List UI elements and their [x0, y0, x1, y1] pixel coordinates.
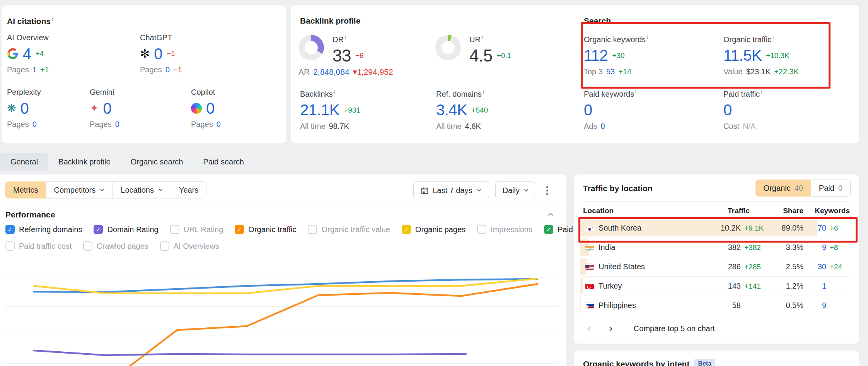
info-icon[interactable]: i	[345, 34, 346, 40]
collapse-section-button[interactable]	[547, 212, 554, 219]
provider-pages-change: −1	[173, 65, 182, 75]
location-table-body: South Korea10.2K+9.1K89.0%70+6India382+3…	[583, 218, 850, 315]
provider-pages-value[interactable]: 1	[32, 65, 37, 75]
flag-united-states-icon	[585, 264, 594, 270]
checkbox-label: Paid traffic cost	[19, 242, 72, 251]
pages-label: Pages	[7, 119, 29, 129]
location-name[interactable]: Turkey	[599, 282, 622, 291]
keywords-value[interactable]: 1	[822, 282, 826, 291]
checkbox-organic-traffic-value[interactable]: Organic traffic value	[308, 225, 390, 234]
checkbox-organic-pages[interactable]: ✓Organic pages	[402, 225, 466, 234]
chevron-down-icon	[476, 188, 482, 193]
location-name[interactable]: Philippines	[599, 301, 636, 310]
metrics-segment[interactable]: Metrics	[5, 181, 46, 198]
ai-provider-gemini: Gemini✦0Pages0	[90, 87, 119, 129]
toggle-organic[interactable]: Organic40	[755, 180, 811, 197]
checkbox-paid-traffic-cost[interactable]: Paid traffic cost	[5, 241, 72, 251]
backlinks-value[interactable]: 21.1K	[300, 101, 339, 119]
provider-change: +4	[36, 50, 44, 58]
dr-donut-chart	[298, 35, 324, 60]
provider-change: −1	[167, 50, 175, 58]
checkbox-domain-rating[interactable]: ✓Domain Rating	[94, 225, 158, 234]
more-options-button[interactable]	[542, 182, 552, 199]
checkbox-referring-domains[interactable]: ✓Referring domains	[5, 225, 82, 234]
prev-page-button[interactable]: ‹	[583, 323, 595, 334]
organic-count: 40	[795, 184, 803, 193]
provider-value[interactable]: 0	[20, 100, 29, 117]
ar-value[interactable]: 2,848,084	[313, 67, 349, 77]
ur-value: 4.5	[469, 46, 493, 65]
location-row-turkey[interactable]: Turkey143+1411.2%1	[583, 276, 850, 296]
ref-domains-alltime: 4.6K	[465, 121, 481, 131]
provider-pages-value[interactable]: 0	[115, 119, 119, 129]
location-row-philippines[interactable]: Philippines580.5%9	[583, 296, 850, 315]
tab-paid-search[interactable]: Paid search	[193, 153, 254, 171]
provider-pages-value[interactable]: 0	[217, 119, 221, 129]
competitors-segment[interactable]: Competitors	[46, 181, 113, 198]
tab-backlink-profile[interactable]: Backlink profile	[48, 153, 121, 171]
info-icon[interactable]: i	[647, 34, 648, 40]
checkbox-crawled-pages[interactable]: Crawled pages	[83, 241, 148, 251]
series-domain-rating	[34, 351, 466, 355]
flag-india-icon	[585, 245, 594, 250]
keywords-value[interactable]: 9	[822, 301, 826, 310]
share-bar	[580, 297, 581, 314]
provider-value[interactable]: 0	[206, 100, 215, 117]
info-icon[interactable]: i	[483, 89, 484, 95]
organic-keywords-change: +30	[612, 51, 624, 60]
paid-traffic-value[interactable]: 0	[723, 101, 732, 119]
checkbox-ai-overviews[interactable]: AI Overviews	[160, 241, 219, 251]
organic-keywords-value[interactable]: 112	[584, 47, 608, 64]
checkbox-impressions[interactable]: Impressions	[477, 225, 532, 234]
checkbox-url-rating[interactable]: URL Rating	[170, 225, 223, 234]
info-icon[interactable]: i	[773, 34, 774, 40]
provider-label: Perplexity	[7, 87, 41, 97]
checkbox-unchecked-icon	[83, 241, 92, 251]
date-range-button[interactable]: Last 7 days	[413, 181, 489, 199]
next-page-button[interactable]: ›	[605, 323, 616, 334]
checkbox-organic-traffic[interactable]: ✓Organic traffic	[235, 225, 296, 234]
provider-value[interactable]: 0	[154, 45, 162, 63]
top3-value[interactable]: 53	[606, 67, 615, 77]
dr-stat: DRi 33 −6	[333, 32, 364, 65]
ref-domains-value[interactable]: 3.4K	[436, 101, 467, 119]
organic-traffic-value[interactable]: 11.5K	[723, 47, 762, 64]
provider-value[interactable]: 0	[103, 100, 111, 117]
locations-segment[interactable]: Locations	[113, 181, 171, 198]
ar-row: AR 2,848,084 ▾1,294,952	[298, 67, 393, 77]
tab-general[interactable]: General	[0, 153, 48, 171]
info-icon[interactable]: i	[334, 89, 335, 95]
location-name[interactable]: India	[599, 243, 615, 252]
provider-pages-change: +1	[40, 65, 49, 75]
keywords-value[interactable]: 70	[818, 224, 826, 233]
info-icon[interactable]: i	[52, 16, 53, 22]
info-icon[interactable]: i	[635, 89, 636, 95]
info-icon[interactable]: i	[761, 89, 762, 95]
toggle-paid[interactable]: Paid0	[811, 180, 851, 197]
perplexity-icon: ❋	[7, 103, 16, 114]
chevron-down-icon	[524, 188, 529, 193]
years-segment[interactable]: Years	[171, 181, 206, 198]
paid-traffic-stat: Paid traffici 0 Cost N/A	[723, 87, 762, 131]
location-name[interactable]: United States	[599, 262, 645, 271]
location-row-united-states[interactable]: United States286+2852.5%30+24	[583, 257, 850, 276]
provider-pages-value[interactable]: 0	[165, 65, 170, 75]
compare-top5-link[interactable]: Compare top 5 on chart	[634, 324, 715, 333]
location-row-india[interactable]: India382+3823.3%9+8	[583, 238, 850, 257]
col-keywords: Keywords	[803, 207, 850, 215]
granularity-button[interactable]: Daily	[495, 181, 536, 199]
keywords-value[interactable]: 30	[818, 262, 826, 271]
location-row-south-korea[interactable]: South Korea10.2K+9.1K89.0%70+6	[583, 218, 850, 238]
location-name[interactable]: South Korea	[599, 224, 641, 233]
metric-checkbox-row-1: ✓Referring domains✓Domain RatingURL Rati…	[5, 224, 594, 235]
paid-keywords-value[interactable]: 0	[584, 101, 592, 119]
keywords-change: +6	[830, 224, 850, 233]
ai-provider-copilot: Copilot0Pages0	[191, 87, 221, 129]
provider-value[interactable]: 4	[23, 45, 31, 63]
info-icon[interactable]: i	[482, 34, 483, 40]
tab-organic-search[interactable]: Organic search	[121, 153, 193, 171]
ads-value[interactable]: 0	[600, 121, 605, 131]
provider-pages-value[interactable]: 0	[32, 119, 37, 129]
share-value: 3.3%	[767, 243, 803, 252]
keywords-value[interactable]: 9	[822, 243, 826, 252]
